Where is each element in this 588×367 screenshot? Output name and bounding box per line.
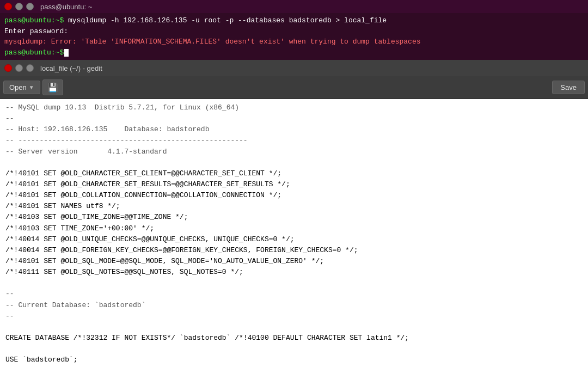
terminal-prompt-2: pass@ubuntu:~$ bbox=[4, 48, 64, 57]
terminal-error: mysqldump: Error: 'Table 'INFORMATION_SC… bbox=[4, 38, 421, 46]
gedit-maximize-btn[interactable] bbox=[26, 64, 34, 72]
chevron-down-icon: ▼ bbox=[29, 84, 34, 90]
gedit-titlebar: local_file (~/) - gedit bbox=[0, 60, 588, 76]
terminal-minimize-btn[interactable] bbox=[15, 3, 23, 10]
gedit-editor-content[interactable]: -- MySQL dump 10.13 Distrib 5.7.21, for … bbox=[0, 99, 588, 367]
save-icon-button[interactable]: 💾 bbox=[42, 79, 63, 95]
gedit-close-btn[interactable] bbox=[4, 64, 12, 72]
terminal-maximize-btn[interactable] bbox=[26, 3, 34, 10]
terminal-titlebar: pass@ubuntu: ~ bbox=[0, 0, 588, 13]
gedit-minimize-btn[interactable] bbox=[15, 64, 23, 72]
open-button[interactable]: Open ▼ bbox=[3, 81, 40, 94]
content-db-comment: -- -- Current Database: `badstoredb` -- bbox=[5, 290, 145, 320]
content-create-db: CREATE DATABASE /*!32312 IF NOT EXISTS*/… bbox=[5, 334, 409, 364]
gedit-toolbar: Open ▼ 💾 Save bbox=[0, 76, 588, 99]
content-sql-sets: /*!40101 SET @OLD_CHARACTER_SET_CLIENT=@… bbox=[5, 169, 358, 276]
terminal-cursor bbox=[64, 49, 69, 57]
floppy-disk-icon: 💾 bbox=[47, 82, 58, 93]
save-button[interactable]: Save bbox=[552, 81, 585, 94]
terminal-window: pass@ubuntu: ~ pass@ubuntu:~$ mysqldump … bbox=[0, 0, 588, 60]
terminal-title: pass@ubuntu: ~ bbox=[40, 3, 92, 11]
terminal-content: pass@ubuntu:~$ mysqldump -h 192.168.126.… bbox=[0, 13, 588, 60]
terminal-command: mysqldump -h 192.168.126.135 -u root -p … bbox=[64, 16, 387, 25]
content-line-1: -- MySQL dump 10.13 Distrib 5.7.21, for … bbox=[5, 103, 248, 156]
gedit-window: local_file (~/) - gedit Open ▼ 💾 Save --… bbox=[0, 60, 588, 367]
gedit-title: local_file (~/) - gedit bbox=[40, 64, 102, 72]
open-label: Open bbox=[9, 83, 27, 91]
terminal-enter-password: Enter password: bbox=[4, 27, 68, 35]
terminal-close-btn[interactable] bbox=[4, 3, 12, 10]
terminal-prompt-1: pass@ubuntu:~$ bbox=[4, 16, 64, 25]
